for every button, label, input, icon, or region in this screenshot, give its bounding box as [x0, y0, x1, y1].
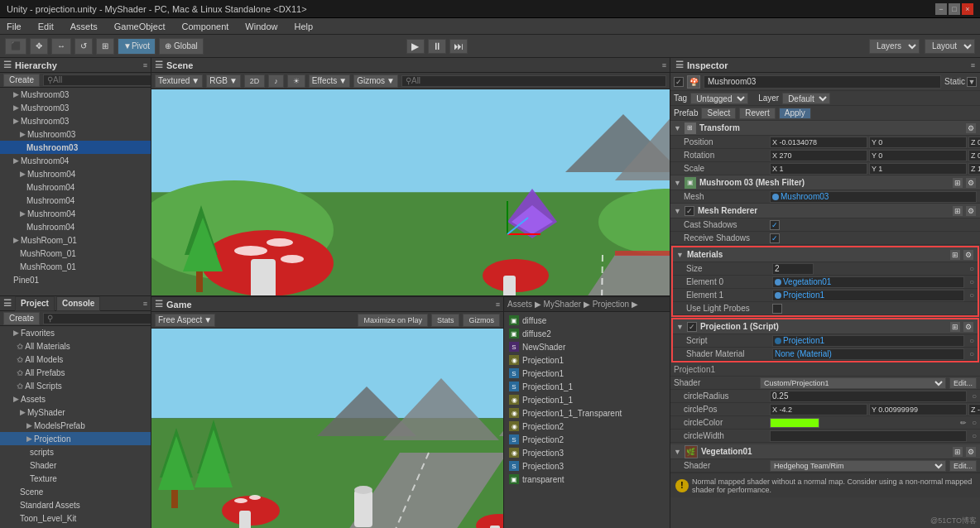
circle-width-input[interactable] [770, 430, 967, 442]
script-value[interactable]: Projection1 [772, 335, 964, 347]
projection-component-header[interactable]: ▼ ✓ Projection 1 (Script) ⊞ ⚙ [673, 319, 978, 334]
rgb-dropdown[interactable]: RGB ▼ [206, 74, 241, 88]
position-x-input[interactable] [770, 137, 867, 148]
hierarchy-item-mushroom01-2[interactable]: MushRoom_01 [0, 247, 151, 260]
play-button[interactable]: ▶ [406, 39, 425, 54]
fav-all-materials[interactable]: ✩ All Materials [0, 339, 151, 353]
position-z-input[interactable] [968, 137, 980, 148]
pause-button[interactable]: ⏸ [428, 39, 446, 54]
hierarchy-create-button[interactable]: Create [3, 74, 40, 87]
layer-select[interactable]: Default [782, 93, 830, 104]
scene-options-icon[interactable]: ≡ [662, 61, 666, 70]
transform-btn-1[interactable]: ✥ [30, 38, 48, 55]
circle-pos-x-input[interactable] [770, 404, 867, 415]
inspector-options-icon[interactable]: ≡ [971, 61, 975, 70]
cast-shadows-checkbox[interactable]: ✓ [770, 220, 780, 230]
circle-pos-y-input[interactable] [869, 404, 967, 415]
hierarchy-item-mushroom03-1[interactable]: ▶Mushroom03 [0, 88, 151, 101]
asset-shader[interactable]: Shader [0, 458, 151, 472]
element0-value[interactable]: Vegetation01 [772, 276, 964, 288]
hierarchy-item-mushroom03-3[interactable]: ▶Mushroom03 [0, 114, 151, 127]
meshfilter-settings-icon[interactable]: ⚙ [965, 177, 977, 189]
meshrenderer-enabled-checkbox[interactable]: ✓ [685, 206, 694, 216]
scale-y-input[interactable] [869, 163, 967, 175]
hierarchy-search-input[interactable] [43, 74, 151, 86]
file-projection2-mat[interactable]: ◉ Projection2 [506, 420, 668, 433]
mesh-value[interactable]: Mushroom03 [770, 191, 977, 203]
audio-button[interactable]: ♪ [268, 74, 284, 88]
hierarchy-item-mushroom01-3[interactable]: MushRoom_01 [0, 260, 151, 273]
file-projection1-1-transparent[interactable]: ◉ Projection1_1_Transparent [506, 406, 668, 420]
tab-console[interactable]: Console [56, 296, 100, 311]
receive-shadows-checkbox[interactable]: ✓ [770, 233, 780, 243]
vegetation-settings-icon[interactable]: ⚙ [965, 446, 977, 458]
scene-search-input[interactable] [401, 75, 666, 87]
hierarchy-item-mushroom01-1[interactable]: ▶MushRoom_01 [0, 233, 151, 247]
transform-btn-2[interactable]: ↔ [51, 38, 71, 55]
file-diffuse2[interactable]: ▣ diffuse2 [506, 327, 668, 340]
use-light-checkbox[interactable] [772, 304, 782, 314]
minimize-button[interactable]: − [935, 3, 947, 15]
file-projection1-script[interactable]: S Projection1 [506, 367, 668, 380]
tab-project[interactable]: Project [15, 296, 55, 311]
asset-toon[interactable]: Toon_Level_Kit [0, 511, 151, 525]
position-y-input[interactable] [869, 137, 967, 148]
transform-btn-3[interactable]: ↺ [74, 38, 93, 55]
transform-component-header[interactable]: ▼ ⊞ Transform ⚙ [670, 121, 980, 136]
stats-button[interactable]: Stats [431, 314, 460, 327]
apply-button[interactable]: Apply [779, 108, 811, 119]
hierarchy-item-mushroom04-4[interactable]: Mushroom04 [0, 194, 151, 207]
fav-all-scripts[interactable]: ✩ All Scripts [0, 379, 151, 392]
asset-projection[interactable]: ▶Projection [0, 432, 151, 445]
scale-z-input[interactable] [968, 163, 980, 175]
fx-button[interactable]: ☀ [287, 74, 305, 88]
assets-header[interactable]: ▶Assets [0, 392, 151, 406]
projection-settings-icon[interactable]: ⚙ [963, 321, 974, 333]
file-projection2-script[interactable]: S Projection2 [506, 433, 668, 446]
element1-value[interactable]: Projection1 [772, 290, 964, 301]
layout-select[interactable]: Layout [925, 39, 975, 54]
size-input[interactable] [772, 263, 814, 275]
close-button[interactable]: × [962, 3, 973, 15]
fav-all-prefabs[interactable]: ✩ All Prefabs [0, 366, 151, 379]
file-newshader[interactable]: S NewShader [506, 340, 668, 353]
file-projection3-mat[interactable]: ◉ Projection3 [506, 446, 668, 459]
maximize-on-play-button[interactable]: Maximize on Play [358, 314, 428, 327]
materials-component-header[interactable]: ▼ Materials ⊞ ⚙ [673, 247, 978, 262]
transform-btn-4[interactable]: ⊞ [96, 38, 114, 55]
rotation-z-input[interactable] [968, 150, 980, 161]
asset-scene[interactable]: Scene [0, 485, 151, 498]
file-projection3-script[interactable]: S Projection3 [506, 459, 668, 473]
hierarchy-item-mushroom03-4[interactable]: ▶Mushroom03 [0, 127, 151, 141]
layers-select[interactable]: Layers [869, 39, 920, 54]
menu-help[interactable]: Help [291, 22, 316, 31]
fav-all-models[interactable]: ✩ All Models [0, 353, 151, 366]
project-create-button[interactable]: Create [3, 312, 40, 325]
2d-button[interactable]: 2D [244, 74, 266, 88]
hierarchy-item-mushroom04-3[interactable]: Mushroom04 [0, 180, 151, 194]
revert-button[interactable]: Revert [739, 108, 775, 119]
asset-standard[interactable]: Standard Assets [0, 498, 151, 511]
shader-edit-button[interactable]: Edit... [949, 377, 977, 389]
meshrenderer-ref-icon[interactable]: ⊞ [952, 205, 963, 217]
transform-btn-0[interactable]: ⬛ [5, 38, 26, 55]
vegetation-component-header[interactable]: ▼ 🌿 Vegetation01 ⊞ ⚙ [670, 444, 980, 459]
asset-myshader[interactable]: ▶MyShader [0, 406, 151, 419]
materials-settings-icon[interactable]: ⚙ [963, 249, 974, 261]
vegetation-edit-button[interactable]: Edit... [949, 460, 977, 472]
menu-component[interactable]: Component [178, 22, 232, 31]
file-diffuse[interactable]: ▣ diffuse [506, 314, 668, 327]
object-active-checkbox[interactable]: ✓ [674, 77, 684, 87]
tag-select[interactable]: Untagged [690, 93, 748, 104]
meshfilter-component-header[interactable]: ▼ ▣ Mushroom 03 (Mesh Filter) ⊞ ⚙ [670, 175, 980, 190]
circle-color-edit-icon[interactable]: ✏ [960, 419, 967, 427]
vegetation-ref-icon[interactable]: ⊞ [952, 446, 963, 458]
effects-dropdown[interactable]: Effects ▼ [309, 74, 350, 88]
materials-ref-icon[interactable]: ⊞ [949, 249, 961, 261]
scene-view[interactable]: Persp [151, 89, 670, 295]
file-projection1-1-script[interactable]: S Projection1_1 [506, 380, 668, 393]
menu-window[interactable]: Window [242, 22, 281, 31]
textured-dropdown[interactable]: Textured ▼ [155, 74, 203, 88]
file-transparent[interactable]: ▣ transparent [506, 473, 668, 486]
maximize-button[interactable]: □ [949, 3, 960, 15]
